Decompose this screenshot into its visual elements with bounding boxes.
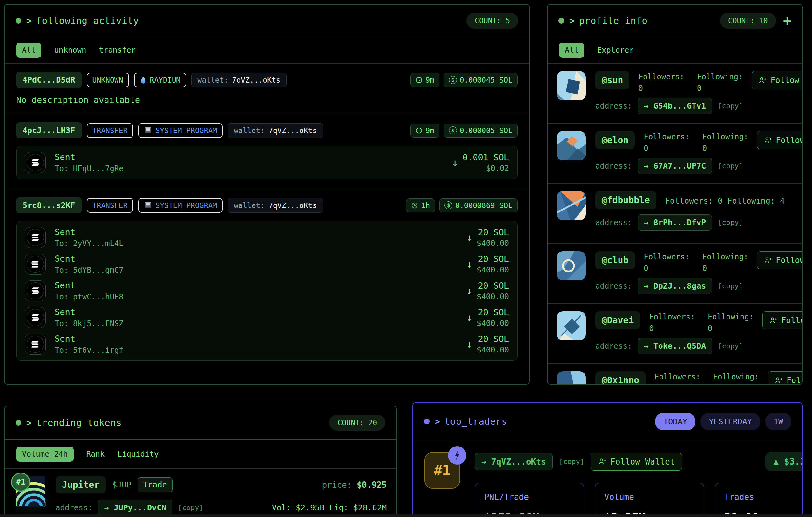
tx-type-label: TRANSFER (92, 126, 128, 135)
address-chip[interactable]: → 67A7...UP7C (638, 158, 712, 174)
tab-today[interactable]: TODAY (655, 413, 695, 430)
transaction-header: 4PdC...D5dR UNKNOWN RAYDIUM wallet: (16, 72, 518, 88)
tx-time: 1h (421, 201, 430, 210)
trending-tabbar: Volume 24h Rank Liquidity (5, 439, 396, 469)
pnl-badge: ▲ $3.36M (765, 452, 803, 471)
follow-button[interactable]: Follow (752, 71, 803, 89)
follow-wallet-button[interactable]: Follow Wallet (590, 453, 683, 470)
tab-volume-24h[interactable]: Volume 24h (16, 447, 74, 462)
follow-button[interactable]: Follow (762, 311, 803, 329)
avatar (557, 131, 586, 160)
event-action: Sent (55, 152, 123, 162)
panel-title: top_traders (444, 416, 508, 427)
wallet-value: 7qVZ...oKts (232, 76, 280, 84)
to-label: To: (55, 164, 68, 173)
solana-icon (27, 282, 44, 300)
event-recipient[interactable]: To: 8kj5...FNSZ (55, 319, 123, 328)
copy-button[interactable]: [copy] (718, 102, 743, 110)
following-label: Following: (702, 132, 749, 141)
follow-button[interactable]: Follow (757, 251, 803, 269)
trader-wallet-chip[interactable]: → 7qVZ...oKts (474, 453, 553, 470)
tx-signature[interactable]: 5rc8...s2KF (16, 197, 82, 213)
profile-row: @0x1nno Followers:0 Following:0 Follow (548, 364, 802, 385)
following-label: Following: (697, 72, 743, 81)
profile-handle[interactable]: @Davei (595, 311, 640, 329)
event-card: Sent To: 2yVY...mL4L ↓ 20 SOL $400.00 Se… (16, 221, 518, 361)
event-recipient[interactable]: To: ptwC...hUE8 (55, 293, 123, 301)
event-usd: $400.00 (477, 239, 509, 248)
event-recipient[interactable]: To: HFqU...7gRe (55, 164, 123, 173)
copy-button[interactable]: [copy] (559, 458, 584, 465)
event-card: Sent To: HFqU...7gRe ↓ 0.001 SOL $0.02 (16, 146, 518, 179)
event-recipient[interactable]: To: 2yVY...mL4L (55, 239, 123, 248)
wallet-chip[interactable]: wallet: 7qVZ...oKts (191, 73, 286, 87)
following-value: 0 (713, 384, 759, 385)
tab-all[interactable]: All (559, 42, 584, 58)
profile-handle[interactable]: @club (595, 251, 635, 269)
event-recipient[interactable]: To: 5dYB...gmC7 (55, 266, 123, 275)
followers-label: Followers: (638, 72, 684, 81)
copy-button[interactable]: [copy] (718, 342, 743, 350)
tab-yesterday[interactable]: YESTERDAY (700, 413, 760, 430)
event-recipient[interactable]: To: 5f6v...irgf (55, 346, 123, 355)
following-label: Following: (702, 252, 749, 261)
stat-card-volume: Volume $3.37M (595, 483, 704, 517)
copy-button[interactable]: [copy] (718, 218, 743, 226)
time-pill: 9m (410, 124, 439, 138)
wallet-chip[interactable]: wallet: 7qVZ...oKts (228, 198, 323, 213)
person-plus-icon (758, 76, 766, 85)
followers-value: 0 (649, 324, 695, 333)
copy-button[interactable]: [copy] (718, 282, 743, 290)
profile-handle[interactable]: @sun (595, 71, 629, 89)
copy-button[interactable]: [copy] (178, 504, 203, 512)
tx-description: No description available (16, 95, 518, 105)
tx-signature[interactable]: 4PdC...D5dR (16, 72, 82, 88)
address-chip[interactable]: → G54b...GTv1 (638, 98, 712, 114)
time-pill: 9m (410, 73, 439, 87)
tab-explorer[interactable]: Explorer (597, 46, 634, 55)
profile-handle[interactable]: @elon (595, 131, 635, 149)
event-action: Sent (55, 227, 123, 237)
follow-button[interactable]: Follow (757, 131, 803, 149)
address-chip[interactable]: → JUPy...DvCN (98, 499, 173, 516)
add-profile-button[interactable]: + (783, 14, 792, 28)
address-line: address: → 8rPh...DfvP [copy] (595, 214, 793, 231)
fee-pill: $ 0.000045 SOL (444, 73, 518, 87)
rank-badge: #1 (11, 473, 30, 492)
profile-row: @sun Followers:0 Following:0 Follow addr… (548, 63, 802, 124)
token-price: price: $0.925 (322, 480, 387, 490)
tab-1w[interactable]: 1W (765, 413, 791, 430)
transaction-row: 4pcJ...LH3F TRANSFER SYSTEM_PROGRAM wa (5, 122, 529, 179)
address-chip[interactable]: → DpZJ...8gas (638, 278, 712, 294)
person-plus-icon (764, 136, 772, 145)
event-row: Sent To: 2yVY...mL4L ↓ 20 SOL $400.00 (25, 227, 509, 248)
token-name[interactable]: Jupiter (56, 476, 106, 493)
profile-handle[interactable]: @0x1nno (595, 371, 645, 385)
tab-rank[interactable]: Rank (86, 450, 105, 459)
tx-meta: 9m $ 0.000005 SOL (410, 124, 518, 138)
tx-signature[interactable]: 4pcJ...LH3F (16, 122, 82, 139)
wallet-label: wallet: (234, 201, 265, 210)
token-icon-frame (25, 280, 46, 301)
follow-label: Follow (781, 316, 803, 325)
divider (5, 114, 529, 114)
event-usd: $400.00 (477, 292, 509, 301)
tx-fee: 0.0000869 SOL (455, 201, 513, 210)
address-chip[interactable]: → 8rPh...DfvP (638, 214, 712, 231)
tab-all[interactable]: All (16, 42, 41, 58)
event-amounts: ↓ 0.001 SOL $0.02 (452, 152, 509, 173)
address-label: address: (595, 218, 632, 227)
address-line: address: → DpZJ...8gas [copy] (595, 278, 803, 294)
follow-button[interactable]: Follow (768, 371, 803, 385)
copy-button[interactable]: [copy] (718, 162, 743, 170)
transaction-row: 4PdC...D5dR UNKNOWN RAYDIUM wallet: (5, 72, 529, 105)
wallet-chip[interactable]: wallet: 7qVZ...oKts (228, 123, 323, 138)
tab-transfer[interactable]: transfer (99, 46, 136, 55)
tab-liquidity[interactable]: Liquidity (117, 450, 158, 459)
address-chip[interactable]: → Toke...Q5DA (638, 338, 712, 354)
profile-handle[interactable]: @fdbubble (595, 191, 656, 209)
tab-unknown[interactable]: unknown (54, 46, 86, 55)
trade-button[interactable]: Trade (138, 477, 172, 492)
event-action: Sent (55, 280, 123, 290)
panel-header: > trending_tokens COUNT: 20 (5, 406, 396, 439)
